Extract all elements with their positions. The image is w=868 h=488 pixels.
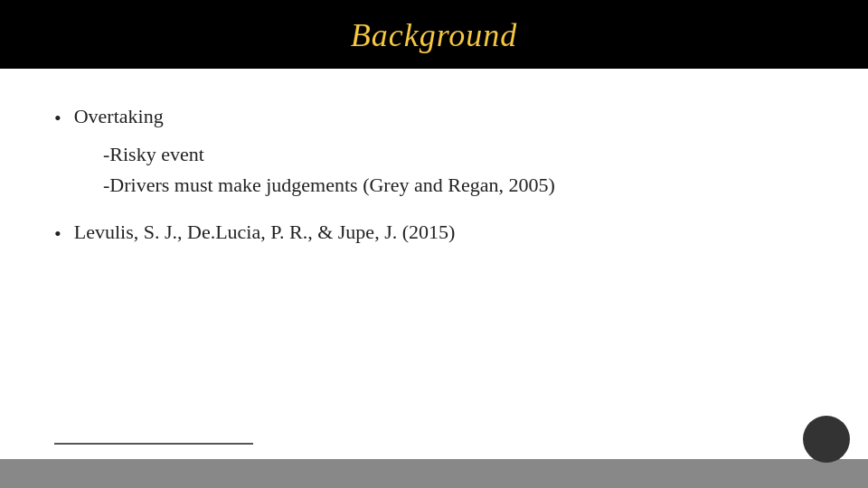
bullet-1-text: Overtaking bbox=[74, 105, 164, 128]
sub-item-2: -Drivers must make judgements (Grey and … bbox=[103, 174, 814, 197]
bullet-dot-1: • bbox=[54, 107, 61, 130]
bullet-1: • Overtaking bbox=[54, 105, 814, 130]
sub-items: -Risky event -Drivers must make judgemen… bbox=[103, 143, 814, 201]
title-bar: Background bbox=[0, 0, 868, 69]
content-area: • Overtaking -Risky event -Drivers must … bbox=[0, 69, 868, 488]
sub-item-1: -Risky event bbox=[103, 143, 814, 166]
slide-title: Background bbox=[351, 17, 518, 53]
bullet-dot-2: • bbox=[54, 222, 61, 246]
bottom-line bbox=[54, 443, 253, 445]
bullet-2: • Levulis, S. J., De.Lucia, P. R., & Jup… bbox=[54, 221, 814, 246]
bullet-2-text: Levulis, S. J., De.Lucia, P. R., & Jupe,… bbox=[74, 221, 456, 244]
bottom-bar bbox=[0, 459, 868, 488]
slide: Background • Overtaking -Risky event -Dr… bbox=[0, 0, 868, 488]
dark-circle-decoration bbox=[803, 416, 850, 463]
